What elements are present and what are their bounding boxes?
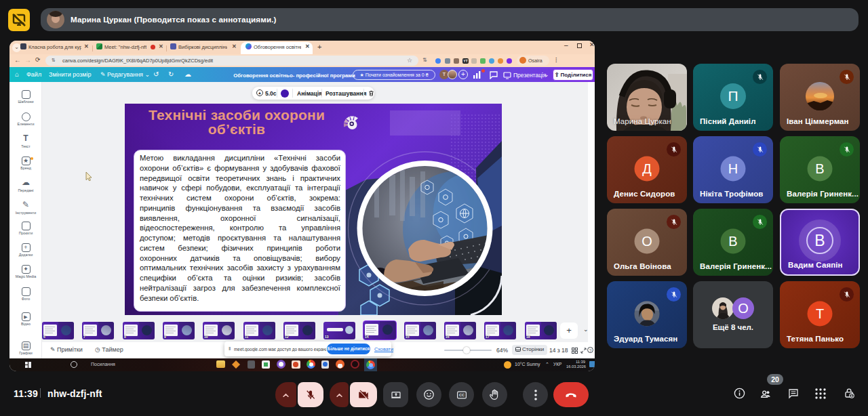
svg-text:CC: CC [459,393,465,397]
